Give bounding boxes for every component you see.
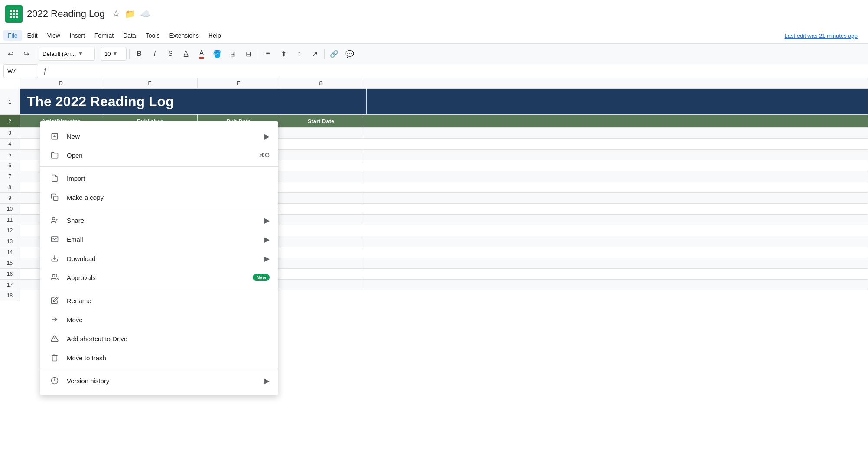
data-cell[interactable] [280, 182, 362, 193]
data-cell[interactable] [362, 215, 868, 225]
menu-help[interactable]: Help [204, 30, 225, 41]
data-cell[interactable] [362, 150, 868, 160]
last-edit-label[interactable]: Last edit was 21 minutes ago [785, 33, 865, 39]
menu-item-email[interactable]: Email ▶ [40, 230, 278, 249]
row-num-7: 7 [0, 171, 20, 182]
menu-item-open[interactable]: Open ⌘O [40, 146, 278, 165]
data-cell[interactable] [362, 247, 868, 258]
approvals-icon [49, 274, 61, 281]
menu-item-version-history[interactable]: Version history ▶ [40, 371, 278, 390]
svg-point-13 [52, 274, 55, 277]
cloud-icon[interactable]: ☁️ [140, 9, 151, 19]
app-icon[interactable] [5, 5, 23, 23]
data-cell[interactable] [280, 225, 362, 236]
menu-item-move[interactable]: Move [40, 310, 278, 329]
table-row[interactable]: The 2022 Reading Log [20, 89, 868, 115]
data-cell[interactable] [362, 160, 868, 171]
menu-item-move-trash[interactable]: Move to trash [40, 348, 278, 367]
data-cell[interactable] [362, 139, 868, 150]
fill-color-button[interactable]: 🪣 [210, 47, 224, 61]
star-icon[interactable]: ☆ [112, 8, 120, 20]
data-cell[interactable] [280, 139, 362, 150]
data-cell[interactable] [362, 258, 868, 269]
row-num-3: 3 [0, 128, 20, 139]
row-num-15: 15 [0, 258, 20, 269]
text-color-button[interactable]: A [195, 47, 208, 61]
rotate-button[interactable]: ↗ [308, 47, 322, 61]
halign-button[interactable]: ≡ [261, 47, 275, 61]
data-cell[interactable] [280, 280, 362, 290]
data-cell[interactable] [362, 171, 868, 182]
redo-button[interactable]: ↪ [19, 47, 33, 61]
data-cell[interactable] [362, 193, 868, 204]
size-dropdown-arrow: ▼ [112, 51, 117, 57]
data-cell[interactable] [280, 171, 362, 182]
data-cell[interactable] [280, 247, 362, 258]
menu-extensions[interactable]: Extensions [165, 30, 203, 41]
data-cell[interactable] [362, 236, 868, 247]
font-size-select[interactable]: 10 ▼ [101, 47, 127, 61]
data-cell[interactable] [362, 204, 868, 215]
bold-button[interactable]: B [132, 47, 146, 61]
row-numbers: 1 2 3 4 5 6 7 8 9 10 11 12 13 14 15 16 1… [0, 89, 20, 301]
data-cell[interactable] [280, 236, 362, 247]
font-select[interactable]: Default (Ari… ▼ [39, 47, 95, 61]
menu-item-new[interactable]: New ▶ [40, 127, 278, 146]
data-cell[interactable] [362, 280, 868, 290]
valign-button[interactable]: ⬍ [276, 47, 290, 61]
data-cell[interactable] [280, 215, 362, 225]
menu-section-2: Import Make a copy [40, 167, 278, 209]
column-header-row: D E F G [20, 78, 868, 89]
italic-button[interactable]: I [148, 47, 162, 61]
data-cell[interactable] [362, 269, 868, 280]
data-cell[interactable] [362, 182, 868, 193]
data-cell[interactable] [280, 128, 362, 139]
new-icon [49, 132, 61, 140]
menu-tools[interactable]: Tools [141, 30, 164, 41]
menu-item-make-copy[interactable]: Make a copy [40, 188, 278, 207]
data-cell[interactable] [280, 193, 362, 204]
menu-section-1: New ▶ Open ⌘O [40, 125, 278, 167]
menu-data[interactable]: Data [119, 30, 140, 41]
wrap-button[interactable]: ↕ [292, 47, 306, 61]
trash-icon [49, 354, 61, 362]
menu-item-import[interactable]: Import [40, 169, 278, 188]
menu-view[interactable]: View [43, 30, 65, 41]
menu-item-download[interactable]: Download ▶ [40, 249, 278, 268]
data-cell[interactable] [362, 225, 868, 236]
merge-button[interactable]: ⊟ [241, 47, 255, 61]
new-arrow: ▶ [264, 132, 270, 140]
row-num-14: 14 [0, 247, 20, 258]
undo-button[interactable]: ↩ [3, 47, 17, 61]
open-label: Open [67, 152, 259, 159]
data-cell[interactable] [362, 128, 868, 139]
link-button[interactable]: 🔗 [327, 47, 341, 61]
menu-insert[interactable]: Insert [65, 30, 89, 41]
data-cell[interactable] [280, 150, 362, 160]
comment-button[interactable]: 💬 [343, 47, 357, 61]
menu-item-approvals[interactable]: Approvals New [40, 268, 278, 287]
data-cell[interactable] [280, 258, 362, 269]
formula-bar: W7 ƒ [0, 64, 868, 78]
share-icon [49, 216, 61, 224]
borders-button[interactable]: ⊞ [226, 47, 240, 61]
menu-file[interactable]: File [3, 30, 22, 41]
cell-ref-value: W7 [7, 68, 16, 74]
menu-item-rename[interactable]: Rename [40, 291, 278, 310]
folder-icon[interactable]: 📁 [125, 9, 136, 19]
strikethrough-button[interactable]: S [163, 47, 177, 61]
sheet-title-text: The 2022 Reading Log [27, 94, 174, 110]
underline-button[interactable]: A [179, 47, 193, 61]
menu-item-add-shortcut[interactable]: Add shortcut to Drive [40, 329, 278, 348]
cell-reference-box[interactable]: W7 [3, 64, 38, 78]
menu-section-4: Rename Move [40, 289, 278, 369]
data-cell[interactable] [280, 160, 362, 171]
menu-format[interactable]: Format [90, 30, 118, 41]
download-arrow: ▶ [264, 254, 270, 263]
menu-edit[interactable]: Edit [23, 30, 42, 41]
new-label: New [67, 133, 264, 140]
menu-item-share[interactable]: Share ▶ [40, 211, 278, 230]
col-header-g: G [280, 78, 362, 88]
data-cell[interactable] [280, 269, 362, 280]
data-cell[interactable] [280, 204, 362, 215]
